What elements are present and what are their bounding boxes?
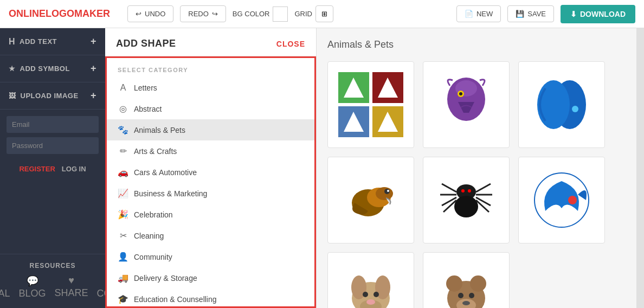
add-shape-panel: ADD SHAPE CLOSE SELECT CATEGORY ALetters… [105,28,317,308]
svg-point-32 [468,189,471,193]
logo-prefix: ONLINE [9,8,46,19]
logo-highlight: LOGO [46,8,74,19]
category-item-community[interactable]: 👤Community [107,246,314,267]
category-panel: SELECT CATEGORY ALetters◎Abstract🐾Animal… [105,56,316,308]
add-text-label: ADD TEXT [20,37,57,46]
shape-item-3[interactable] [518,61,605,148]
share-link[interactable]: ♥SHARE [55,275,88,300]
sidebar-item-add-text[interactable]: H ADD TEXT + [0,28,105,55]
bg-color-control[interactable]: BG COLOR [233,7,288,22]
category-item-business---marketing[interactable]: 📈Business & Marketing [107,183,314,204]
svg-point-14 [537,80,570,129]
upload-image-plus-icon: + [91,90,96,101]
shape-item-7[interactable] [327,252,414,308]
save-button[interactable]: 💾 SAVE [507,5,554,22]
category-label: Celebration [134,210,173,219]
svg-point-44 [470,275,486,292]
category-label: Education & Counselling [134,295,217,304]
category-label: Animals & Pets [134,126,185,134]
register-link[interactable]: REGISTER [19,165,55,173]
redo-button[interactable]: REDO ↪ [180,5,226,22]
main-scrollbar[interactable] [636,28,644,308]
add-text-plus-icon: + [91,36,96,47]
category-label: Community [134,253,172,261]
category-label: Business & Marketing [134,189,207,198]
password-field[interactable] [7,137,99,154]
category-icon: ✏ [118,146,128,156]
svg-point-41 [366,299,375,305]
topbar: ONLINELOGOMAKER ↩ UNDO REDO ↪ BG COLOR G… [0,0,644,28]
category-item-letters[interactable]: ALetters [107,78,314,98]
category-icon: A [118,83,128,93]
category-item-delivery---storage[interactable]: 🚚Delivery & Storage [107,267,314,288]
login-link[interactable]: LOG IN [62,165,86,173]
shape-item-4[interactable] [327,157,414,243]
category-item-education---counselling[interactable]: 🎓Education & Counselling [107,288,314,308]
undo-button[interactable]: ↩ UNDO [127,5,173,22]
resources-label: RESOURCES [9,262,96,270]
svg-line-27 [476,184,491,192]
panel-title: ADD SHAPE [116,38,176,49]
sidebar-item-add-symbol[interactable]: ★ ADD SYMBOL + [0,55,105,82]
svg-point-39 [363,292,368,297]
main: H ADD TEXT + ★ ADD SYMBOL + 🖼 UPLOAD IMA… [0,28,644,308]
category-icon: ◎ [118,104,128,114]
shape-item-2[interactable] [423,61,510,148]
grid-label: GRID [294,10,312,18]
sidebar-form [0,110,105,161]
color-swatch[interactable] [273,7,288,22]
svg-point-47 [469,293,474,298]
logo-suffix: MAKER [74,8,110,19]
text-icon: H [9,37,15,47]
svg-point-40 [373,292,379,297]
category-icon: 🚚 [118,273,128,283]
email-field[interactable] [7,116,99,133]
undo-icon: ↩ [136,10,141,18]
tutorial-link[interactable]: 📄TUTORIAL [0,275,10,300]
sidebar-resources: RESOURCES 📄TUTORIAL 💬BLOG ♥SHARE ✉CONTAC… [0,254,105,308]
category-item-animals---pets[interactable]: 🐾Animals & Pets [107,119,314,140]
svg-point-46 [458,293,463,298]
save-label: SAVE [527,10,546,18]
svg-point-15 [572,106,578,112]
category-label: Cleaning [134,232,164,240]
shape-item-6[interactable] [518,157,605,243]
shape-item-5[interactable] [423,157,510,243]
category-icon: 🚗 [118,167,128,177]
category-icon: 🐾 [118,125,128,135]
content-area: Animals & Pets [317,28,636,308]
redo-label: REDO [188,10,209,18]
content-title: Animals & Pets [327,39,626,50]
download-button[interactable]: ⬇ DOWNLOAD [561,5,635,23]
grid-button[interactable]: ⊞ [315,5,333,22]
category-icon: 📈 [118,188,128,198]
category-label: Letters [134,84,157,92]
category-label: Delivery & Storage [134,274,197,283]
shape-item-1[interactable] [327,61,414,148]
category-icon: ✂ [118,230,128,241]
sidebar: H ADD TEXT + ★ ADD SYMBOL + 🖼 UPLOAD IMA… [0,28,105,308]
categories-list: ALetters◎Abstract🐾Animals & Pets✏Arts & … [107,78,314,308]
shape-item-8[interactable] [423,252,510,308]
category-item-celebration[interactable]: 🎉Celebration [107,204,314,225]
shapes-grid [327,61,626,308]
close-button[interactable]: CLOSE [276,40,305,48]
bg-color-label: BG COLOR [233,10,270,18]
svg-point-12 [459,92,462,95]
sidebar-auth: REGISTER LOG IN [0,161,105,177]
new-button[interactable]: 📄 NEW [456,5,501,22]
sidebar-item-upload-image[interactable]: 🖼 UPLOAD IMAGE + [0,82,105,110]
svg-line-23 [442,184,456,192]
upload-image-label: UPLOAD IMAGE [21,92,79,100]
svg-point-31 [461,189,465,193]
category-item-arts---crafts[interactable]: ✏Arts & Crafts [107,140,314,162]
svg-point-34 [568,196,577,204]
save-icon: 💾 [516,10,524,18]
resources-icons: 📄TUTORIAL 💬BLOG ♥SHARE ✉CONTACT [9,275,96,300]
category-label: Arts & Crafts [134,147,177,156]
category-item-cleaning[interactable]: ✂Cleaning [107,225,314,246]
category-item-cars---automotive[interactable]: 🚗Cars & Automotive [107,162,314,183]
redo-icon: ↪ [212,10,218,18]
category-item-abstract[interactable]: ◎Abstract [107,98,314,119]
blog-link[interactable]: 💬BLOG [18,275,46,300]
